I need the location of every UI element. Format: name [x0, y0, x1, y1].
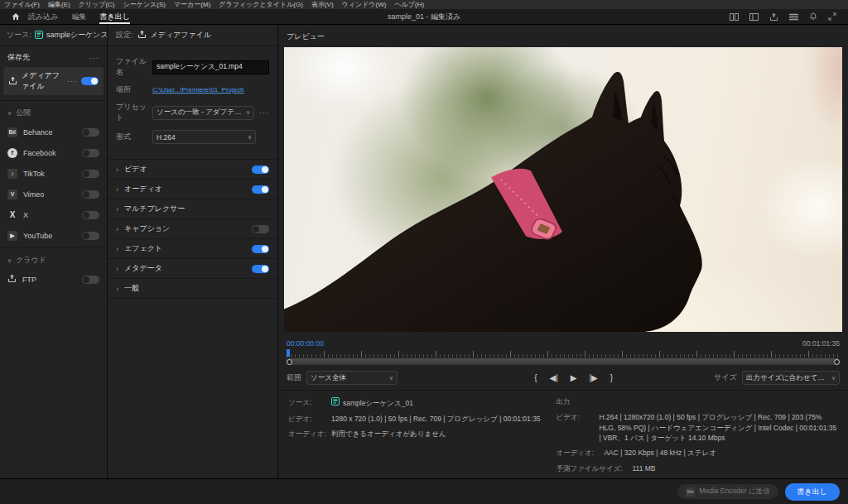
sidebar-item-facebook[interactable]: f Facebook: [0, 142, 107, 163]
tab-import[interactable]: 読み込み: [28, 9, 58, 24]
app-header: 読み込み 編集 書き出し sample_01 - 編集済み: [0, 9, 848, 25]
chevron-right-icon: ›: [116, 265, 118, 273]
filename-row: ファイル名: [116, 56, 269, 78]
media-encoder-label: Media Encoder に送信: [699, 487, 769, 497]
youtube-label: YouTube: [23, 232, 52, 240]
workspace-icon[interactable]: [749, 13, 759, 21]
send-to-media-encoder-button[interactable]: Me Media Encoder に送信: [677, 484, 778, 499]
menu-bar: ファイル(F) 編集(E) クリップ(C) シーケンス(S) マーカー(M) グ…: [0, 0, 848, 9]
export-icon: [137, 30, 147, 41]
menu-sequence[interactable]: シーケンス(S): [123, 0, 166, 9]
chevron-down-icon: ∨: [7, 257, 12, 264]
output-audio-value: AAC | 320 Kbps | 48 kHz | ステレオ: [604, 448, 716, 458]
format-row: 形式 H.264 ∨: [116, 130, 269, 144]
section-captions[interactable]: › キャプション: [108, 219, 277, 239]
media-file-more-icon[interactable]: ···: [67, 77, 77, 85]
share-icon[interactable]: [769, 12, 778, 22]
dog-silhouette: [284, 47, 842, 332]
section-effects-label: エフェクト: [124, 243, 162, 254]
source-summary: ソース: sampleシーケンス_01 ビデオ: 1280 x 720 (1.0…: [288, 397, 541, 478]
section-video[interactable]: › ビデオ: [108, 160, 277, 180]
sidebar-item-x[interactable]: X X: [0, 204, 107, 225]
facebook-toggle[interactable]: [82, 149, 99, 157]
sidebar-item-vimeo[interactable]: V Vimeo: [0, 184, 107, 204]
sidebar-item-youtube[interactable]: ▶ YouTube: [0, 225, 107, 246]
sidebar-item-tiktok[interactable]: ♪ TikTok: [0, 163, 107, 184]
step-forward-button[interactable]: |▶: [589, 373, 597, 382]
source-name: sampleシーケンス_01: [46, 30, 107, 41]
menu-window[interactable]: ウィンドウ(W): [342, 0, 387, 9]
audio-toggle[interactable]: [252, 185, 269, 194]
location-link[interactable]: C:\User...\Premiere\01_Project\: [152, 86, 244, 94]
header-icons: [730, 12, 848, 22]
menu-file[interactable]: ファイル(F): [4, 0, 40, 9]
vimeo-toggle[interactable]: [82, 190, 99, 199]
playhead[interactable]: [287, 349, 290, 357]
filesize-label: 予測ファイルサイズ:: [556, 463, 632, 473]
range-select[interactable]: ソース全体 ∨: [306, 371, 398, 385]
section-multiplexer[interactable]: › マルチプレクサー: [108, 199, 277, 219]
menu-edit[interactable]: 編集(E): [48, 0, 70, 9]
sidebar-item-ftp[interactable]: FTP: [0, 269, 107, 290]
chevron-down-icon: ∨: [246, 109, 250, 116]
sidebar-item-media-file[interactable]: メディアファイル ···: [3, 67, 104, 95]
current-timecode[interactable]: 00:00:00:00: [287, 339, 324, 348]
section-audio-label: オーディオ: [124, 184, 162, 194]
sidebar-item-behance[interactable]: Bē Behance: [0, 122, 107, 142]
out-point-handle[interactable]: [834, 359, 840, 365]
size-select[interactable]: 出力サイズに合わせてス... ∨: [742, 371, 840, 385]
export-button[interactable]: 書き出し: [785, 483, 840, 501]
media-file-toggle[interactable]: [81, 77, 99, 85]
ftp-toggle[interactable]: [82, 276, 99, 284]
section-metadata[interactable]: › メタデータ: [108, 259, 277, 279]
timeline-ruler[interactable]: [287, 351, 840, 358]
metadata-toggle[interactable]: [252, 265, 269, 273]
chevron-right-icon: ›: [116, 285, 118, 293]
footer-bar: Me Media Encoder に送信 書き出し: [0, 478, 848, 504]
tiktok-toggle[interactable]: [82, 170, 99, 178]
mark-in-button[interactable]: {: [534, 373, 537, 382]
cloud-section-header[interactable]: ∨ クラウド: [0, 247, 107, 269]
preset-more-icon[interactable]: ···: [259, 108, 269, 117]
captions-toggle[interactable]: [252, 225, 269, 233]
filename-input[interactable]: [152, 60, 269, 74]
x-toggle[interactable]: [82, 211, 99, 219]
video-preview[interactable]: [284, 47, 842, 332]
home-icon[interactable]: [12, 12, 20, 21]
tab-edit[interactable]: 編集: [71, 9, 86, 24]
source-video-label: ビデオ:: [288, 414, 331, 424]
effects-toggle[interactable]: [252, 245, 269, 253]
range-scrubber[interactable]: [287, 358, 840, 365]
section-audio[interactable]: › オーディオ: [108, 180, 277, 199]
destinations-more-icon[interactable]: ···: [89, 54, 99, 62]
behance-toggle[interactable]: [82, 128, 99, 137]
in-point-handle[interactable]: [287, 359, 292, 365]
menu-view[interactable]: 表示(V): [311, 0, 334, 9]
play-button[interactable]: ▶: [571, 373, 577, 382]
location-row: 場所 C:\User...\Premiere\01_Project\: [116, 84, 269, 95]
publish-section-header[interactable]: ∨ 公開: [0, 100, 107, 122]
panels-icon[interactable]: [730, 13, 739, 21]
range-control: 範囲 ソース全体 ∨: [287, 371, 481, 385]
video-toggle[interactable]: [252, 166, 269, 174]
preset-select[interactable]: ソースの一致 - アダプティブビットレート (高) ∨: [152, 106, 254, 120]
tab-export[interactable]: 書き出し: [99, 9, 129, 24]
menu-clip[interactable]: クリップ(C): [79, 0, 115, 9]
step-back-button[interactable]: ◀|: [549, 373, 557, 382]
format-select[interactable]: H.264 ∨: [152, 130, 256, 144]
bell-icon[interactable]: [809, 12, 817, 21]
menu-help[interactable]: ヘルプ(H): [394, 0, 424, 9]
fullscreen-icon[interactable]: [828, 12, 836, 21]
behance-icon: Bē: [7, 127, 17, 137]
mark-out-button[interactable]: }: [610, 373, 613, 382]
menu-graphics[interactable]: グラフィックとタイトル(G): [219, 0, 303, 9]
section-video-label: ビデオ: [124, 164, 147, 175]
youtube-toggle[interactable]: [82, 232, 99, 240]
ruler-ticks: [287, 351, 840, 358]
section-effects[interactable]: › エフェクト: [108, 239, 277, 259]
section-general[interactable]: › 一般: [108, 279, 277, 299]
menu-marker[interactable]: マーカー(M): [174, 0, 210, 9]
stack-icon[interactable]: [789, 13, 798, 21]
sidebar-source-row: ソース: sampleシーケンス_01: [0, 25, 107, 46]
preview-title: プレビュー: [278, 25, 848, 47]
